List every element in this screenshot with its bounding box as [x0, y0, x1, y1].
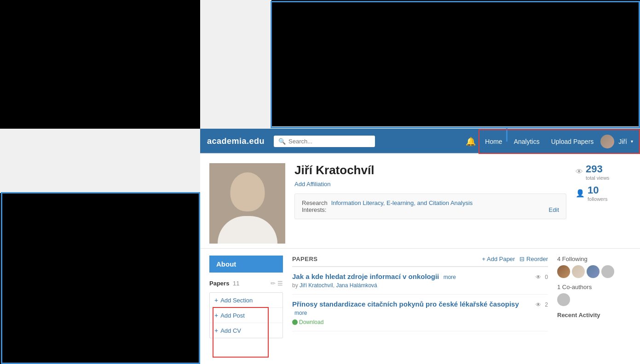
add-affiliation-link[interactable]: Add Affiliation: [294, 181, 331, 188]
sidebar-add-items: + Add Section + Add Post + Add CV: [209, 292, 283, 338]
paper-item-2: Přínosy standardizace citačních pokynů p…: [292, 295, 548, 331]
plus-icon-post: +: [214, 312, 218, 319]
navbar-right: 🔔 Home Analytics Upload Papers Jiří ▾: [463, 134, 633, 149]
navbar: academia.edu 🔍 🔔 Home Analytics Upload P…: [200, 129, 640, 154]
plus-icon-section: +: [214, 296, 218, 304]
papers-count: 11: [233, 280, 239, 287]
followers-label: followers: [588, 196, 607, 202]
papers-title: Papers: [209, 280, 229, 287]
about-button[interactable]: About: [209, 256, 283, 273]
papers-panel-title: PAPERS: [292, 256, 318, 262]
analytics-nav-link[interactable]: Analytics: [509, 134, 544, 149]
paper-1-meta: 👁 0: [536, 274, 548, 280]
main-content: About Papers 11 ✏ ☰ + Add Section: [200, 249, 640, 338]
chevron-down-icon[interactable]: ▾: [631, 139, 633, 144]
plus-icon-cv: +: [214, 327, 218, 334]
search-input[interactable]: [288, 138, 370, 145]
profile-photo: [209, 163, 285, 244]
profile-area: Jiří Kratochvíl Add Affiliation Research…: [200, 154, 640, 364]
avatar[interactable]: [600, 135, 614, 148]
search-bar[interactable]: 🔍: [274, 136, 375, 147]
papers-panel: PAPERS + Add Paper ⊟ Reorder Jak a kde h…: [292, 249, 548, 338]
paper-item-1: Jak a kde hledat zdroje informací v onko…: [292, 267, 548, 295]
download-button[interactable]: Download: [292, 319, 323, 325]
paper-1-author-1[interactable]: Jiří Kratochvíl: [300, 282, 333, 289]
profile-name: Jiří Kratochvíl: [294, 163, 566, 177]
views-label: total views: [586, 175, 609, 181]
papers-panel-header: PAPERS + Add Paper ⊟ Reorder: [292, 256, 548, 267]
paper-1-views: 0: [545, 274, 548, 280]
edit-pencil-icon[interactable]: ✏: [271, 280, 276, 287]
paper-2-download: Download: [292, 319, 548, 325]
edit-link[interactable]: Edit: [549, 206, 559, 213]
papers-actions: + Add Paper ⊟ Reorder: [482, 256, 548, 262]
paper-2-more[interactable]: more: [294, 310, 307, 316]
eye-icon-2: 👁: [536, 301, 541, 308]
papers-section: Papers 11 ✏ ☰: [209, 278, 283, 289]
following-avatar-3[interactable]: [587, 265, 600, 278]
search-icon: 🔍: [278, 138, 286, 145]
coauthors-title: 1 Co-authors: [557, 284, 631, 290]
paper-2-meta: 👁 2: [536, 301, 548, 308]
divider: [200, 153, 640, 154]
list-icon[interactable]: ☰: [277, 280, 283, 287]
views-count: 293: [586, 163, 609, 175]
research-label: ResearchInterests:: [302, 199, 328, 213]
interest-and: and: [417, 199, 427, 206]
research-interests-box: ResearchInterests: Information Literacy,…: [294, 193, 566, 219]
add-post-item[interactable]: + Add Post: [210, 308, 283, 323]
paper-1-authors: by Jiří Kratochvíl, Jana Halámková: [292, 282, 456, 289]
blue-highlight-box-top: [271, 1, 640, 128]
reorder-button[interactable]: ⊟ Reorder: [519, 256, 548, 262]
views-icon: 👁: [576, 168, 583, 176]
recent-activity-title: Recent Activity: [557, 312, 631, 318]
paper-1-more[interactable]: more: [444, 274, 456, 280]
coauthor-avatar-1[interactable]: [557, 293, 570, 306]
interest-3-link[interactable]: Citation Analysis: [429, 199, 473, 206]
add-cv-label: Add CV: [220, 327, 241, 334]
add-paper-button[interactable]: + Add Paper: [482, 256, 515, 262]
views-stat: 👁 293 total views: [576, 163, 631, 181]
followers-icon: 👤: [576, 189, 585, 198]
profile-info: Jiří Kratochvíl Add Affiliation Research…: [285, 163, 566, 219]
profile-header: Jiří Kratochvíl Add Affiliation Research…: [200, 154, 640, 249]
papers-header: Papers 11 ✏ ☰: [209, 278, 283, 289]
following-avatars: [557, 265, 631, 278]
download-label: Download: [299, 319, 323, 325]
followers-count: 10: [588, 184, 607, 196]
papers-icons[interactable]: ✏ ☰: [271, 280, 283, 287]
following-avatar-1[interactable]: [557, 265, 570, 278]
research-interests: Information Literacy, E-learning, and Ci…: [331, 199, 549, 206]
paper-1-title[interactable]: Jak a kde hledat zdroje informací v onko…: [292, 273, 439, 280]
following-avatar-4[interactable]: [601, 265, 614, 278]
notifications-button[interactable]: 🔔: [463, 134, 478, 149]
brand-logo: academia.edu: [207, 136, 265, 146]
add-section-label: Add Section: [220, 297, 253, 304]
add-post-label: Add Post: [220, 312, 245, 319]
home-nav-link[interactable]: Home: [480, 134, 507, 149]
blue-highlight-box-bottom: [1, 192, 200, 364]
following-section: 4 Following: [557, 256, 631, 278]
following-title: 4 Following: [557, 256, 631, 262]
coauthors-section: 1 Co-authors: [557, 284, 631, 306]
add-section-item[interactable]: + Add Section: [210, 293, 283, 308]
sidebar: About Papers 11 ✏ ☰ + Add Section: [209, 249, 283, 338]
download-circle-icon: [292, 319, 298, 325]
black-area-top-left: [0, 0, 200, 129]
paper-2-views: 2: [545, 301, 548, 308]
paper-2-title[interactable]: Přínosy standardizace citačních pokynů p…: [292, 300, 519, 308]
user-name-label: Jiří: [618, 138, 627, 145]
stats-panel: 👁 293 total views 👤 10 followers: [576, 163, 631, 202]
interest-2-link[interactable]: E-learning: [386, 199, 414, 206]
eye-icon: 👁: [536, 274, 541, 280]
right-panel: 4 Following 1 Co-authors Recent Activity: [557, 249, 631, 338]
upload-papers-nav-link[interactable]: Upload Papers: [547, 134, 599, 149]
followers-stat: 👤 10 followers: [576, 184, 631, 202]
following-avatar-2[interactable]: [572, 265, 585, 278]
paper-1-author-2[interactable]: Jana Halámková: [336, 282, 377, 289]
add-cv-item[interactable]: + Add CV: [210, 323, 283, 338]
arrow-indicator: [506, 128, 507, 142]
interest-1-link[interactable]: Information Literacy: [331, 199, 383, 206]
